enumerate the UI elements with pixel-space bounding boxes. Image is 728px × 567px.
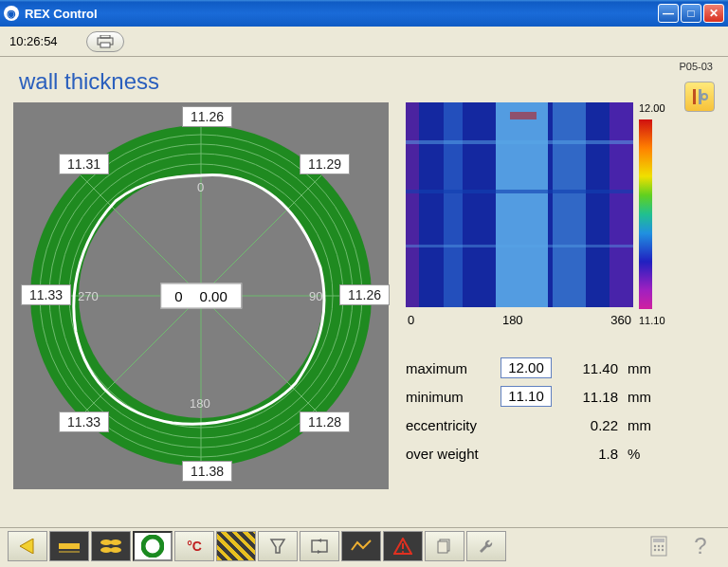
stat-label: eccentricity — [406, 417, 500, 433]
maximum-limit-input[interactable]: 12.00 — [500, 357, 552, 378]
nav-back-button[interactable] — [8, 531, 47, 561]
polar-label-270: 11.33 — [21, 284, 71, 305]
minimum-value: 11.18 — [571, 389, 618, 405]
polar-label-0: 11.26 — [182, 106, 232, 127]
toolbar-btn-temperature[interactable]: °C — [174, 531, 214, 561]
toolbar-btn-line[interactable] — [49, 531, 89, 561]
svg-point-50 — [662, 548, 664, 550]
scale-min: 11.10 — [639, 315, 665, 326]
axis-label-0: 0 — [197, 180, 204, 194]
stat-row-minimum: minimum 11.10 11.18 mm — [406, 382, 681, 411]
unit: mm — [628, 417, 656, 433]
svg-rect-19 — [553, 102, 586, 307]
polar-label-135: 11.28 — [300, 412, 350, 432]
polar-center-box: 0 0.00 — [160, 284, 242, 309]
right-panel: 0 180 360 12.00 11.10 maximum 12.00 11.4… — [406, 102, 681, 489]
colorbar-strip — [639, 119, 652, 309]
svg-point-33 — [143, 537, 162, 556]
config-tool-button[interactable] — [684, 82, 715, 112]
help-icon: ? — [694, 533, 706, 559]
close-button[interactable]: ✕ — [703, 4, 724, 23]
temperature-icon: °C — [187, 539, 202, 554]
svg-rect-18 — [496, 102, 548, 307]
tools-icon — [690, 87, 709, 106]
hopper-icon — [269, 538, 286, 555]
polar-label-225: 11.33 — [59, 412, 109, 432]
svg-point-32 — [110, 547, 121, 553]
heatmap — [406, 102, 633, 307]
toolbar-btn-help[interactable]: ? — [681, 531, 720, 561]
axis-label-180: 180 — [190, 396, 210, 411]
app-icon: ◉ — [4, 6, 19, 21]
window-title: REX Control — [25, 7, 98, 21]
unit: % — [628, 446, 656, 462]
svg-point-47 — [662, 544, 664, 546]
unit: mm — [628, 360, 656, 376]
svg-rect-21 — [610, 102, 633, 307]
header-row: 10:26:54 — [0, 27, 728, 57]
svg-marker-36 — [318, 539, 321, 542]
triangle-left-icon — [18, 539, 37, 554]
svg-rect-17 — [444, 102, 463, 307]
stat-label: maximum — [406, 360, 500, 376]
svg-rect-22 — [510, 112, 537, 119]
toolbar-btn-trend[interactable] — [341, 531, 381, 561]
svg-rect-27 — [59, 543, 80, 549]
axis-label-270: 270 — [78, 289, 99, 303]
wrench-icon — [477, 537, 496, 556]
center-value: 0.00 — [200, 288, 228, 304]
page-id: P05-03 — [680, 61, 713, 72]
calculator-icon — [650, 536, 667, 557]
toolbar-btn-hazard[interactable] — [216, 531, 256, 561]
trend-icon — [350, 539, 373, 554]
stat-label: over weight — [406, 446, 500, 462]
svg-point-5 — [701, 94, 707, 100]
toolbar-btn-settings[interactable] — [466, 531, 506, 561]
svg-marker-37 — [318, 550, 321, 554]
toolbar-btn-wallthickness[interactable] — [133, 531, 173, 561]
colorbar: 12.00 11.10 — [639, 102, 665, 327]
svg-rect-20 — [406, 102, 419, 307]
documents-icon — [436, 538, 453, 555]
svg-point-48 — [654, 548, 656, 550]
eccentricity-value: 0.22 — [571, 417, 618, 433]
toolbar-btn-hopper[interactable] — [258, 531, 298, 561]
center-angle: 0 — [174, 288, 182, 304]
svg-point-46 — [658, 544, 660, 546]
stat-label: minimum — [406, 389, 500, 405]
svg-rect-2 — [100, 43, 110, 47]
stat-row-eccentricity: eccentricity 0.22 mm — [406, 411, 681, 439]
x-tick-2: 360 — [610, 313, 631, 327]
maximize-button[interactable]: □ — [681, 4, 701, 23]
polar-panel: 11.26 11.29 11.26 11.28 11.38 11.33 11.3… — [13, 102, 389, 489]
rollers-icon — [99, 537, 123, 556]
maximum-value: 11.40 — [571, 360, 618, 376]
minimum-limit-input[interactable]: 11.10 — [500, 386, 552, 407]
stats-panel: maximum 12.00 11.40 mm minimum 11.10 11.… — [406, 354, 681, 467]
ring-icon — [141, 535, 164, 558]
x-tick-0: 0 — [408, 313, 414, 327]
warning-icon — [393, 538, 412, 555]
printer-icon — [97, 35, 114, 48]
toolbar-btn-calc[interactable] — [639, 531, 679, 561]
polar-label-45: 11.29 — [300, 154, 350, 174]
svg-marker-26 — [20, 539, 33, 554]
polar-label-180: 11.38 — [182, 461, 232, 482]
toolbar-btn-docs[interactable] — [425, 531, 464, 561]
overweight-value: 1.8 — [571, 446, 618, 462]
scale-max: 12.00 — [639, 102, 665, 114]
print-button[interactable] — [86, 31, 124, 52]
minimize-button[interactable]: — — [658, 4, 679, 23]
timestamp: 10:26:54 — [9, 34, 58, 48]
svg-rect-24 — [406, 190, 633, 193]
stat-row-maximum: maximum 12.00 11.40 mm — [406, 354, 681, 382]
loop-icon — [310, 539, 329, 554]
toolbar-btn-alarm[interactable] — [383, 531, 423, 561]
svg-rect-42 — [438, 541, 447, 553]
toolbar-btn-loop[interactable] — [300, 531, 339, 561]
svg-point-45 — [654, 544, 656, 546]
content-area: P05-03 wall thickness — [0, 57, 728, 527]
svg-point-49 — [658, 548, 660, 550]
toolbar-btn-rolls[interactable] — [91, 531, 131, 561]
x-tick-1: 180 — [502, 313, 523, 327]
